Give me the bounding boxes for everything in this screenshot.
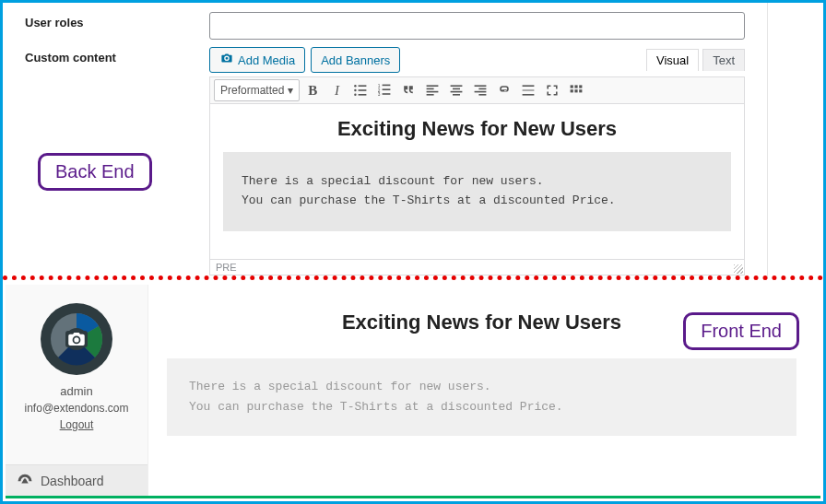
svg-point-2	[355, 89, 357, 91]
composite-screenshot: User roles Custom content Add Media Add …	[0, 0, 826, 504]
svg-rect-22	[475, 91, 487, 93]
caret-down-icon: ▾	[288, 84, 293, 97]
editor-toolbar: Preformatted ▾ B I 123	[209, 76, 745, 104]
svg-rect-11	[383, 93, 391, 95]
content-heading: Exciting News for New Users	[210, 117, 744, 141]
section-divider	[3, 275, 823, 280]
sidebar-email: info@extendons.com	[25, 402, 129, 415]
account-sidebar: admin info@extendons.com Logout Dashboar…	[6, 285, 148, 496]
svg-rect-29	[580, 85, 583, 88]
format-selected-label: Preformatted	[220, 84, 284, 97]
svg-rect-20	[475, 85, 487, 87]
user-roles-label: User roles	[25, 12, 209, 29]
svg-rect-24	[523, 85, 535, 87]
svg-rect-12	[427, 85, 439, 87]
svg-rect-16	[451, 85, 463, 87]
editor-content-area[interactable]: Exciting News for New Users There is a s…	[209, 104, 745, 275]
editor-tab-group: Visual Text	[646, 49, 745, 71]
bullet-list-button[interactable]	[349, 79, 372, 101]
svg-rect-1	[359, 85, 367, 87]
backend-panel: User roles Custom content Add Media Add …	[3, 3, 768, 279]
tab-visual[interactable]: Visual	[646, 49, 699, 71]
italic-button[interactable]: I	[325, 79, 348, 101]
add-media-label: Add Media	[238, 53, 295, 67]
svg-point-4	[355, 94, 357, 96]
link-button[interactable]	[493, 79, 515, 101]
svg-rect-17	[453, 88, 460, 90]
svg-rect-15	[427, 94, 434, 96]
frontend-pre-block: There is a special discount for new user…	[167, 358, 796, 436]
svg-rect-21	[479, 88, 487, 90]
sidebar-item-dashboard[interactable]: Dashboard	[6, 464, 148, 496]
svg-rect-27	[571, 85, 573, 88]
media-icon	[219, 53, 234, 68]
editor-status-path: PRE	[210, 259, 744, 275]
toolbar-toggle-button[interactable]	[565, 79, 587, 101]
svg-point-0	[355, 85, 357, 87]
tab-text[interactable]: Text	[702, 49, 745, 71]
svg-rect-5	[359, 94, 367, 96]
sidebar-item-label: Dashboard	[41, 474, 104, 488]
user-roles-input[interactable]	[209, 12, 745, 40]
numbered-list-button[interactable]: 123	[373, 79, 395, 101]
bold-button[interactable]: B	[301, 79, 324, 101]
svg-rect-18	[451, 91, 463, 93]
svg-rect-3	[359, 89, 367, 91]
camera-icon	[65, 331, 88, 347]
svg-rect-26	[523, 94, 535, 96]
svg-rect-14	[427, 91, 439, 93]
add-banners-button[interactable]: Add Banners	[311, 47, 400, 73]
format-dropdown[interactable]: Preformatted ▾	[214, 79, 300, 101]
svg-rect-31	[575, 89, 578, 92]
svg-rect-9	[383, 88, 391, 90]
svg-rect-25	[523, 89, 535, 91]
backend-callout: Back End	[38, 153, 152, 191]
sidebar-username: admin	[60, 384, 92, 398]
svg-rect-30	[571, 89, 573, 92]
svg-rect-13	[427, 88, 434, 90]
add-banners-label: Add Banners	[321, 53, 390, 67]
svg-rect-7	[383, 85, 391, 87]
frontend-callout: Front End	[683, 312, 799, 350]
resize-handle[interactable]	[734, 264, 743, 274]
insert-more-button[interactable]	[517, 79, 539, 101]
add-media-button[interactable]: Add Media	[209, 47, 305, 73]
blockquote-button[interactable]	[397, 79, 419, 101]
svg-rect-19	[453, 94, 460, 96]
user-roles-row: User roles	[25, 12, 745, 40]
fullscreen-button[interactable]	[541, 79, 563, 101]
svg-rect-28	[575, 85, 578, 88]
avatar[interactable]	[41, 303, 112, 375]
custom-content-label: Custom content	[25, 47, 209, 64]
align-center-button[interactable]	[445, 79, 467, 101]
svg-rect-32	[580, 89, 583, 92]
align-left-button[interactable]	[421, 79, 443, 101]
align-right-button[interactable]	[469, 79, 491, 101]
dashboard-icon	[17, 473, 33, 488]
svg-rect-23	[479, 94, 487, 96]
svg-text:3: 3	[378, 92, 381, 97]
logout-link[interactable]: Logout	[60, 418, 94, 431]
content-pre-block: There is a special discount for new user…	[223, 152, 731, 231]
